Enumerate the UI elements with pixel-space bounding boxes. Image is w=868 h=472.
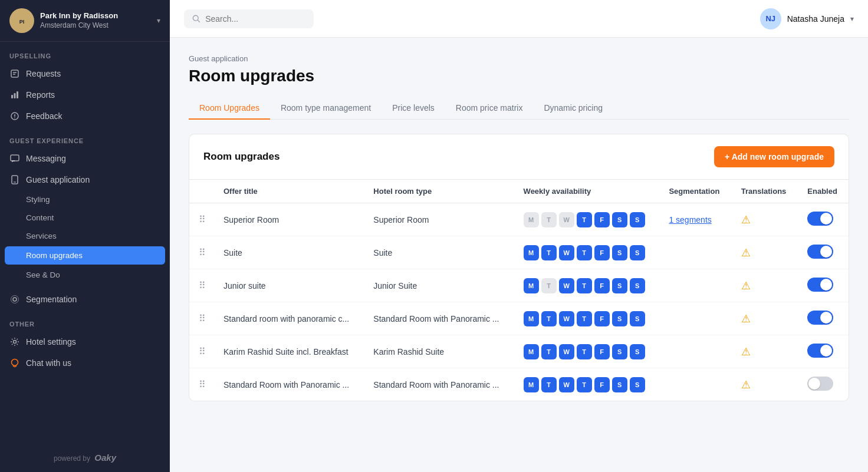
day-pill[interactable]: W xyxy=(559,344,574,359)
drag-handle[interactable]: ⠿ xyxy=(199,247,205,258)
add-room-upgrade-button[interactable]: + Add new room upgrade xyxy=(714,146,834,167)
drag-handle[interactable]: ⠿ xyxy=(199,379,205,390)
enabled-cell xyxy=(798,368,849,401)
enabled-toggle[interactable] xyxy=(807,245,833,259)
day-pill[interactable]: T xyxy=(541,212,557,227)
day-pill[interactable]: S xyxy=(630,377,645,392)
day-pill[interactable]: M xyxy=(524,278,539,293)
enabled-toggle[interactable] xyxy=(807,278,833,292)
weekly-availability-cell: MTWTFSS xyxy=(514,368,660,401)
day-pill[interactable]: S xyxy=(612,311,627,326)
svg-point-14 xyxy=(13,298,17,301)
sidebar-sub-item-services[interactable]: Services xyxy=(0,227,170,245)
warning-icon: ⚠ xyxy=(741,379,751,391)
day-pill[interactable]: S xyxy=(630,311,645,326)
oaky-brand: Oaky xyxy=(94,453,116,463)
search-box[interactable] xyxy=(184,9,314,28)
segments-link[interactable]: 1 segments xyxy=(669,215,711,225)
translations-cell: ⚠ xyxy=(732,203,798,236)
day-pill[interactable]: F xyxy=(594,311,610,326)
day-pill[interactable]: M xyxy=(524,311,539,326)
day-pill[interactable]: T xyxy=(577,245,592,260)
day-pill[interactable]: F xyxy=(594,278,610,293)
warning-icon: ⚠ xyxy=(741,313,751,325)
enabled-toggle[interactable] xyxy=(807,311,833,325)
tab-room-type-management[interactable]: Room type management xyxy=(270,97,382,120)
day-pill[interactable]: M xyxy=(524,212,539,227)
svg-point-17 xyxy=(12,359,18,366)
day-pill[interactable]: S xyxy=(612,212,627,227)
tab-room-price-matrix[interactable]: Room price matrix xyxy=(445,97,534,120)
drag-handle[interactable]: ⠿ xyxy=(199,346,205,357)
day-pill[interactable]: S xyxy=(612,278,627,293)
day-pill[interactable]: W xyxy=(559,278,574,293)
sidebar-sub-item-room-upgrades[interactable]: Room upgrades xyxy=(5,246,165,265)
enabled-toggle[interactable] xyxy=(807,212,833,226)
day-pill[interactable]: T xyxy=(541,278,557,293)
day-pill[interactable]: F xyxy=(594,377,610,392)
tab-price-levels[interactable]: Price levels xyxy=(382,97,445,120)
tab-room-upgrades[interactable]: Room Upgrades xyxy=(189,97,270,120)
day-pill[interactable]: S xyxy=(630,245,645,260)
sidebar-item-reports[interactable]: Reports xyxy=(0,84,170,105)
segmentation-cell xyxy=(659,335,731,368)
day-pill[interactable]: T xyxy=(577,212,592,227)
day-pill[interactable]: T xyxy=(577,377,592,392)
day-pill[interactable]: F xyxy=(594,212,610,227)
day-pill[interactable]: T xyxy=(541,245,557,260)
sidebar-item-hotel-settings[interactable]: Hotel settings xyxy=(0,331,170,352)
drag-handle[interactable]: ⠿ xyxy=(199,214,205,225)
day-pill[interactable]: S xyxy=(612,377,627,392)
tab-dynamic-pricing[interactable]: Dynamic pricing xyxy=(533,97,613,120)
day-pill[interactable]: W xyxy=(559,377,574,392)
search-icon xyxy=(192,14,200,24)
enabled-toggle[interactable] xyxy=(807,344,833,358)
sidebar-item-feedback[interactable]: Feedback xyxy=(0,105,170,127)
day-pill[interactable]: S xyxy=(612,344,627,359)
sidebar-item-reports-label: Reports xyxy=(26,90,55,100)
guest-app-icon xyxy=(9,174,20,185)
sidebar-item-messaging[interactable]: Messaging xyxy=(0,148,170,169)
user-menu[interactable]: NJ Natasha Juneja ▾ xyxy=(760,8,854,29)
sidebar-item-guest-application[interactable]: Guest application xyxy=(0,169,170,190)
day-pill[interactable]: F xyxy=(594,344,610,359)
chat-icon xyxy=(9,358,20,368)
day-pill[interactable]: M xyxy=(524,344,539,359)
day-pill[interactable]: T xyxy=(577,278,592,293)
day-pill[interactable]: F xyxy=(594,245,610,260)
sidebar-sub-item-styling[interactable]: Styling xyxy=(0,190,170,209)
sidebar-item-hotel-settings-label: Hotel settings xyxy=(26,337,76,346)
room-upgrades-card: Room upgrades + Add new room upgrade Off… xyxy=(189,134,849,401)
day-pill[interactable]: S xyxy=(630,278,645,293)
drag-handle[interactable]: ⠿ xyxy=(199,313,205,324)
day-pill[interactable]: M xyxy=(524,377,539,392)
sidebar-sub-item-see-do[interactable]: See & Do xyxy=(0,266,170,284)
day-pill[interactable]: T xyxy=(541,377,557,392)
day-pill[interactable]: W xyxy=(559,311,574,326)
day-pill[interactable]: S xyxy=(630,212,645,227)
hotel-selector[interactable]: PI Park Inn by Radisson Amsterdam City W… xyxy=(0,0,170,42)
sidebar-item-requests[interactable]: Requests xyxy=(0,63,170,84)
day-pill[interactable]: T xyxy=(541,344,557,359)
sidebar-sub-item-services-label: Services xyxy=(26,232,57,240)
day-pill[interactable]: M xyxy=(524,245,539,260)
weekly-availability-cell: MTWTFSS xyxy=(514,269,660,302)
day-pill[interactable]: T xyxy=(541,311,557,326)
sidebar-item-segmentation[interactable]: Segmentation xyxy=(0,289,170,310)
day-pill[interactable]: S xyxy=(612,245,627,260)
sidebar-item-chat[interactable]: Chat with us xyxy=(0,352,170,374)
day-pill[interactable]: S xyxy=(630,344,645,359)
hotel-room-type-cell: Standard Room with Panoramic ... xyxy=(364,302,514,335)
drag-handle[interactable]: ⠿ xyxy=(199,280,205,291)
offer-title-cell: Standard Room with Panoramic ... xyxy=(214,368,364,401)
col-weekly-availability: Weekly availability xyxy=(514,180,660,203)
search-input[interactable] xyxy=(205,14,305,24)
sidebar-sub-item-content[interactable]: Content xyxy=(0,209,170,227)
day-pill[interactable]: T xyxy=(577,311,592,326)
day-pill[interactable]: W xyxy=(559,212,574,227)
segmentation-cell xyxy=(659,236,731,269)
enabled-toggle[interactable] xyxy=(807,377,833,391)
enabled-cell xyxy=(798,236,849,269)
day-pill[interactable]: T xyxy=(577,344,592,359)
day-pill[interactable]: W xyxy=(559,245,574,260)
